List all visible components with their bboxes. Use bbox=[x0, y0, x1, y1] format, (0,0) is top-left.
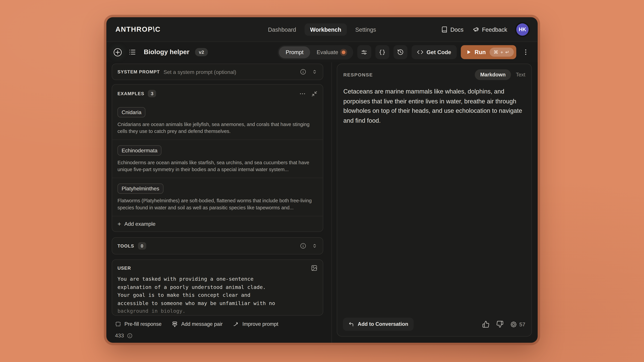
braces-icon bbox=[379, 49, 386, 56]
tab-prompt[interactable]: Prompt bbox=[279, 46, 310, 58]
example-text: Flatworms (Platyhelminthes) are soft-bod… bbox=[118, 197, 318, 211]
run-label: Run bbox=[474, 49, 486, 55]
example-chip[interactable]: Platyhelminthes bbox=[118, 184, 163, 194]
system-prompt-placeholder[interactable]: Set a system prompt (optional) bbox=[164, 69, 236, 75]
system-prompt-label: SYSTEM PROMPT bbox=[118, 69, 160, 74]
add-to-conversation-label: Add to Conversation bbox=[358, 322, 408, 327]
improve-prompt-button[interactable]: Improve prompt bbox=[233, 321, 278, 327]
info-icon[interactable] bbox=[300, 243, 306, 249]
view-text-button[interactable]: Text bbox=[516, 72, 525, 78]
more-options-button[interactable] bbox=[520, 48, 531, 56]
get-code-button[interactable]: Get Code bbox=[412, 45, 456, 59]
prompt-title[interactable]: Biology helper bbox=[144, 48, 189, 56]
prompt-list-icon[interactable] bbox=[128, 48, 136, 56]
user-message-text[interactable]: You are tasked with providing a one-sent… bbox=[118, 275, 318, 315]
ellipsis-icon[interactable] bbox=[299, 90, 306, 97]
info-icon[interactable] bbox=[300, 68, 306, 75]
new-prompt-button[interactable] bbox=[113, 47, 122, 57]
workbench-toolbar: Biology helper v2 Prompt Evaluate bbox=[106, 42, 538, 62]
toolbar-left: Biology helper v2 bbox=[113, 47, 208, 57]
thumbs-down-icon[interactable] bbox=[496, 321, 503, 328]
user-text-line: background in biology. bbox=[118, 307, 318, 315]
avatar[interactable]: HK bbox=[516, 23, 528, 35]
system-prompt-row[interactable]: SYSTEM PROMPT Set a system prompt (optio… bbox=[112, 64, 323, 80]
primary-nav: Dashboard Workbench Settings bbox=[262, 23, 382, 35]
prefill-label: Pre-fill response bbox=[124, 321, 162, 327]
nav-settings[interactable]: Settings bbox=[350, 23, 382, 35]
tab-evaluate-label: Evaluate bbox=[317, 49, 338, 55]
evaluate-status-dot bbox=[342, 50, 345, 54]
response-label: RESPONSE bbox=[343, 72, 373, 77]
top-bar: ANTHROP\C Dashboard Workbench Settings D… bbox=[106, 17, 538, 42]
tab-prompt-label: Prompt bbox=[286, 49, 304, 55]
add-example-button[interactable]: + Add example bbox=[112, 216, 323, 231]
example-chip[interactable]: Echinodermata bbox=[118, 145, 162, 156]
tools-count-badge: 0 bbox=[138, 242, 146, 250]
run-button[interactable]: Run ⌘ + ↵ bbox=[461, 45, 516, 59]
collapse-icon[interactable] bbox=[311, 90, 318, 97]
response-body: Cetaceans are marine mammals like whales… bbox=[343, 87, 525, 125]
response-header: RESPONSE Markdown Text bbox=[343, 69, 525, 80]
reply-arrow-icon bbox=[348, 322, 354, 327]
workbench-window: ANTHROP\C Dashboard Workbench Settings D… bbox=[106, 17, 538, 343]
sliders-icon bbox=[360, 49, 368, 56]
get-code-label: Get Code bbox=[426, 49, 451, 55]
user-message-card[interactable]: USER You are tasked with providing a one… bbox=[112, 259, 323, 316]
response-pane: RESPONSE Markdown Text Cetaceans are mar… bbox=[332, 62, 538, 343]
user-text-line: Your goal is to make this concept clear … bbox=[118, 291, 318, 299]
tab-evaluate[interactable]: Evaluate bbox=[310, 46, 352, 58]
prompt-token-row: 433 bbox=[112, 333, 323, 339]
message-pair-icon bbox=[172, 321, 178, 327]
selection-box-icon bbox=[115, 321, 121, 327]
nav-workbench[interactable]: Workbench bbox=[304, 23, 347, 35]
docs-link[interactable]: Docs bbox=[441, 26, 464, 33]
book-icon bbox=[441, 26, 448, 33]
user-actions bbox=[311, 265, 318, 271]
prompt-footer: Pre-fill response Add message pair Impro… bbox=[112, 321, 323, 327]
thumbs-up-icon[interactable] bbox=[482, 321, 489, 328]
mode-tabs: Prompt Evaluate bbox=[278, 45, 353, 59]
example-item[interactable]: Cnidaria Cnidarians are ocean animals li… bbox=[112, 102, 323, 139]
feedback-link[interactable]: Feedback bbox=[472, 26, 507, 33]
example-item[interactable]: Platyhelminthes Flatworms (Platyhelminth… bbox=[112, 178, 323, 216]
prompt-pane: SYSTEM PROMPT Set a system prompt (optio… bbox=[106, 62, 332, 343]
tools-actions bbox=[300, 243, 318, 249]
view-markdown-button[interactable]: Markdown bbox=[475, 69, 511, 80]
example-text: Echinoderms are ocean animals like starf… bbox=[118, 159, 318, 173]
response-token-count: 57 bbox=[520, 321, 525, 327]
examples-header: EXAMPLES 3 bbox=[112, 84, 323, 102]
info-icon[interactable] bbox=[127, 333, 132, 338]
tools-label: TOOLS bbox=[118, 243, 134, 248]
examples-card: EXAMPLES 3 Cnidaria C bbox=[112, 84, 323, 232]
model-settings-button[interactable] bbox=[357, 45, 371, 59]
system-prompt-actions bbox=[300, 68, 318, 75]
response-view-toggle: Markdown Text bbox=[475, 69, 526, 80]
code-icon bbox=[417, 49, 423, 55]
token-chip-icon bbox=[510, 321, 517, 328]
topbar-actions: Docs Feedback HK bbox=[441, 23, 528, 35]
feedback-label: Feedback bbox=[482, 26, 507, 33]
history-button[interactable] bbox=[393, 45, 407, 59]
response-footer: Add to Conversation bbox=[343, 318, 525, 331]
example-text: Cnidarians are ocean animals like jellyf… bbox=[118, 121, 318, 135]
add-to-conversation-button[interactable]: Add to Conversation bbox=[343, 318, 414, 331]
image-icon[interactable] bbox=[311, 265, 318, 271]
prompt-token-count: 433 bbox=[115, 333, 124, 339]
examples-label: EXAMPLES bbox=[118, 91, 144, 96]
variables-button[interactable] bbox=[375, 45, 389, 59]
workbench-content: SYSTEM PROMPT Set a system prompt (optio… bbox=[106, 62, 538, 343]
expand-icon[interactable] bbox=[312, 243, 318, 249]
prefill-response-button[interactable]: Pre-fill response bbox=[115, 321, 162, 327]
tools-row[interactable]: TOOLS 0 bbox=[112, 237, 323, 255]
response-token-row: 57 bbox=[510, 321, 525, 328]
example-chip[interactable]: Cnidaria bbox=[118, 107, 146, 117]
improve-arrow-icon bbox=[233, 321, 239, 327]
example-item[interactable]: Echinodermata Echinoderms are ocean anim… bbox=[112, 140, 323, 178]
add-pair-label: Add message pair bbox=[181, 321, 223, 327]
add-message-pair-button[interactable]: Add message pair bbox=[172, 321, 222, 327]
nav-dashboard[interactable]: Dashboard bbox=[262, 23, 302, 35]
version-badge[interactable]: v2 bbox=[195, 48, 208, 56]
history-icon bbox=[397, 48, 404, 56]
expand-icon[interactable] bbox=[312, 69, 318, 75]
play-icon bbox=[466, 50, 471, 54]
